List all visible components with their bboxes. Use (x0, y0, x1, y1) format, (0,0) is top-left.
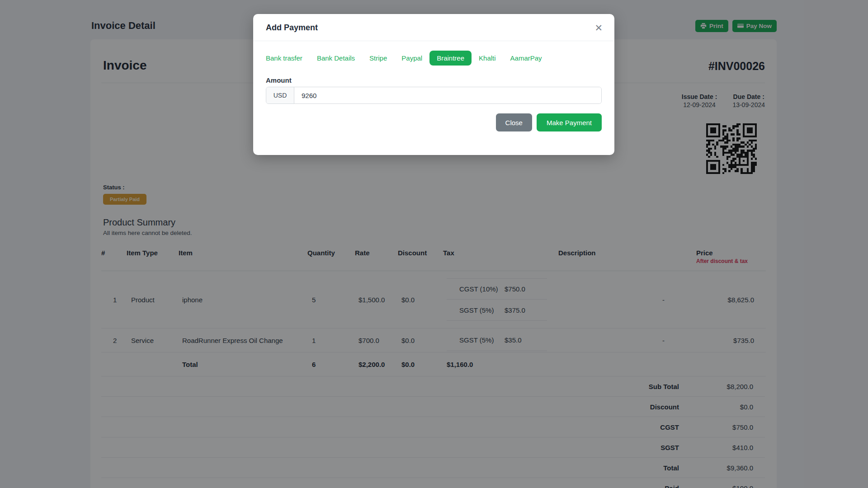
modal-title: Add Payment (266, 23, 318, 33)
amount-input-group: USD (266, 87, 602, 104)
invoice-detail-page: Invoice Detail Print Pay Now Invoice #IN… (0, 0, 868, 488)
make-payment-button[interactable]: Make Payment (537, 113, 602, 131)
amount-label: Amount (266, 76, 602, 84)
tab-bank-transfer[interactable]: Bank trasfer (259, 51, 310, 66)
tab-stripe[interactable]: Stripe (362, 51, 394, 66)
close-icon[interactable]: ✕ (594, 23, 603, 33)
tab-bank-details[interactable]: Bank Details (310, 51, 362, 66)
add-payment-modal: Add Payment ✕ Bank trasfer Bank Details … (253, 14, 614, 155)
tab-paypal[interactable]: Paypal (394, 51, 429, 66)
payment-method-tabs: Bank trasfer Bank Details Stripe Paypal … (259, 51, 602, 66)
tab-braintree[interactable]: Braintree (429, 51, 472, 66)
modal-header: Add Payment ✕ (253, 14, 614, 41)
currency-prefix: USD (266, 87, 294, 103)
amount-input[interactable] (294, 87, 601, 103)
modal-footer: Close Make Payment (253, 113, 602, 131)
tab-khalti[interactable]: Khalti (472, 51, 503, 66)
tab-aamarpay[interactable]: AamarPay (503, 51, 549, 66)
close-button[interactable]: Close (496, 113, 532, 131)
